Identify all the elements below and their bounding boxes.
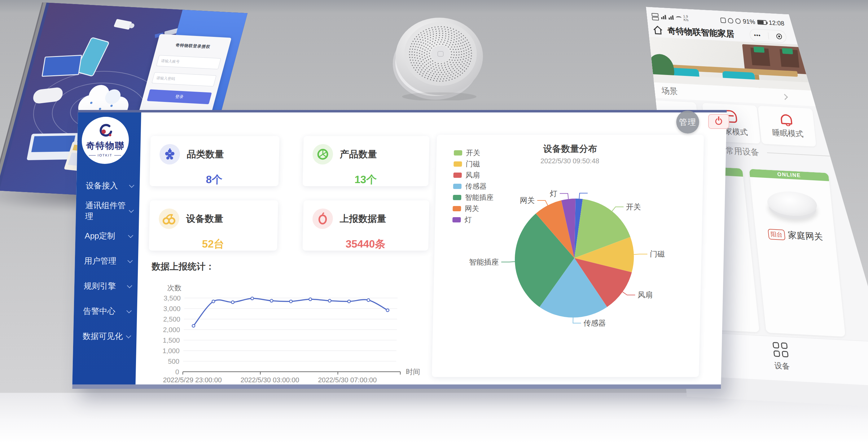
- logo-mark-icon: [97, 124, 114, 139]
- lime-icon: [312, 144, 333, 164]
- chevron-down-icon: [127, 283, 132, 288]
- sidebar-menu: 设备接入通讯组件管理App定制用户管理规则引擎告警中心数据可见化: [73, 173, 140, 349]
- smart-speaker-photo: [393, 17, 483, 100]
- svg-text:1,500: 1,500: [163, 337, 180, 344]
- shield-icon: [728, 18, 734, 23]
- svg-text:网关: 网关: [520, 196, 535, 204]
- chevron-down-icon: [128, 233, 133, 238]
- power-icon: [715, 118, 722, 125]
- svg-text:2022/5/30 03:00:00: 2022/5/30 03:00:00: [240, 376, 299, 384]
- sidebar-item-2[interactable]: App定制: [75, 223, 139, 249]
- chevron-right-icon: [782, 94, 788, 100]
- grid-icon: [772, 342, 788, 357]
- svg-text:2022/5/29 23:00:00: 2022/5/29 23:00:00: [163, 376, 222, 384]
- wifi-icon: [676, 16, 682, 20]
- net-speed: 1.9 K/s: [683, 14, 689, 22]
- svg-text:时间: 时间: [406, 368, 421, 376]
- signal2-icon: [668, 15, 674, 20]
- location-tag: 阳台: [768, 229, 785, 241]
- home-icon[interactable]: [652, 25, 663, 35]
- scene: 奇特物联登录授权 登录 1.9 K/s 91%: [0, 0, 868, 443]
- more-icon[interactable]: •••: [754, 32, 761, 39]
- battery-icon: [757, 20, 767, 25]
- power-button[interactable]: [708, 114, 729, 129]
- stat-card-products: 产品数量 13个: [303, 136, 429, 186]
- chevron-down-icon: [129, 208, 134, 213]
- svg-text:1,000: 1,000: [162, 347, 180, 355]
- svg-text:开关: 开关: [626, 202, 641, 211]
- dashboard-window: 奇特物聯 IOTKIT 设备接入通讯组件管理App定制用户管理规则引擎告警中心数…: [72, 110, 727, 389]
- battery-percent: 91%: [742, 18, 755, 25]
- status-badge: ONLINE: [749, 169, 829, 181]
- sidebar-item-5[interactable]: 告警中心: [74, 298, 137, 324]
- monitor-icon: [41, 55, 82, 77]
- svg-text:2,000: 2,000: [163, 326, 180, 334]
- mode-card-sleep[interactable]: 睡眠模式: [758, 106, 816, 147]
- camera-icon: [114, 19, 132, 30]
- device-card-gateway[interactable]: ONLINE 阳台 家庭网关: [749, 169, 845, 337]
- pie-chart: 开关门磁风扇传感器智能插座网关灯: [432, 135, 704, 378]
- login-title: 奇特物联登录授权: [161, 41, 225, 50]
- sidebar-item-1[interactable]: 通讯组件管理: [75, 198, 140, 223]
- nfc-icon: [720, 17, 726, 23]
- clock: 12:08: [768, 19, 784, 27]
- stat-card-reports: 上报数据量 35440条: [302, 200, 429, 251]
- svg-text:传感器: 传感器: [583, 319, 606, 327]
- svg-text:风扇: 风扇: [638, 291, 653, 299]
- svg-text:500: 500: [168, 357, 179, 365]
- sidebar-item-4[interactable]: 规则引擎: [74, 274, 138, 298]
- floor: [0, 393, 868, 443]
- sidebar-item-3[interactable]: 用户管理: [75, 249, 138, 274]
- svg-text:3,500: 3,500: [163, 294, 181, 302]
- svg-text:灯: 灯: [550, 189, 558, 198]
- chevron-down-icon: [126, 308, 132, 313]
- svg-text:3,000: 3,000: [163, 305, 181, 313]
- manage-badge[interactable]: 管理: [676, 110, 699, 133]
- sidebar-item-6[interactable]: 数据可见化: [73, 324, 137, 349]
- svg-text:智能插座: 智能插座: [469, 258, 499, 266]
- stat-value: 13个: [312, 172, 420, 187]
- sidebar-item-0[interactable]: 设备接入: [76, 173, 140, 198]
- stat-value: 8个: [159, 172, 270, 187]
- chevron-down-icon: [126, 333, 131, 338]
- tab-devices[interactable]: 设备: [772, 342, 790, 372]
- sidebar: 奇特物聯 IOTKIT 设备接入通讯组件管理App定制用户管理规则引擎告警中心数…: [72, 113, 141, 384]
- password-input[interactable]: [152, 72, 216, 87]
- svg-text:2022/5/30 07:00:00: 2022/5/30 07:00:00: [318, 376, 377, 384]
- bell-icon: [780, 114, 793, 125]
- svg-text:0: 0: [175, 368, 179, 376]
- line-chart: 05001,0001,5002,0002,5003,0003,5002022/5…: [151, 280, 432, 388]
- app-title: 奇特物联智能家居: [667, 25, 735, 40]
- svg-text:门磁: 门磁: [650, 250, 665, 258]
- login-button[interactable]: 登录: [147, 89, 212, 104]
- pear-icon: [312, 209, 333, 229]
- vibrate-icon: [735, 18, 741, 24]
- speaker-image: [393, 17, 483, 100]
- grape-icon: [159, 144, 180, 164]
- stat-value: 35440条: [312, 237, 419, 251]
- brand-logo: 奇特物聯 IOTKIT: [81, 117, 129, 164]
- divider: [767, 152, 832, 156]
- dashboard-main: 品类数量 8个 产品数量 13个 设备数量: [135, 113, 726, 384]
- pie-chart-card: 设备数量分布 2022/5/30 09:50:48 开关门磁风扇传感器智能插座网…: [432, 135, 704, 377]
- stat-value: 52台: [158, 237, 268, 251]
- svg-text:次数: 次数: [167, 284, 182, 292]
- account-input[interactable]: [156, 55, 221, 69]
- signal-icon: [661, 15, 666, 20]
- battery-dual-icon: [651, 12, 659, 21]
- stat-card-categories: 品类数量 8个: [150, 136, 279, 186]
- svg-text:2,500: 2,500: [163, 315, 181, 323]
- close-target-icon[interactable]: [776, 33, 782, 39]
- chevron-down-icon: [127, 258, 132, 263]
- miniprogram-capsule[interactable]: •••: [749, 29, 787, 43]
- chevron-down-icon: [129, 183, 134, 188]
- gateway-image: [766, 190, 819, 224]
- cherry-icon: [159, 209, 179, 229]
- stat-card-devices: 设备数量 52台: [149, 200, 278, 251]
- scene-label: 场景: [661, 85, 678, 97]
- line-chart-title: 数据上报统计：: [152, 260, 215, 273]
